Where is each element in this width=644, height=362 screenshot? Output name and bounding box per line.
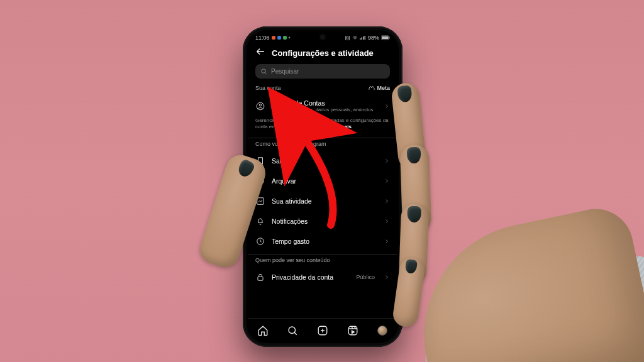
nav-home[interactable]	[257, 325, 269, 336]
back-button[interactable]	[255, 47, 265, 59]
section-heading-account: Sua conta Meta	[248, 85, 397, 95]
svg-rect-15	[348, 326, 357, 335]
section-heading-usage: Como você usa o Instagram	[248, 141, 397, 151]
chevron-right-icon	[384, 272, 390, 283]
saved-row[interactable]: Salvos	[248, 151, 397, 171]
svg-rect-0	[360, 38, 361, 40]
meta-brand: Meta	[369, 85, 390, 91]
row-label: Arquivar	[272, 177, 377, 185]
svg-point-9	[259, 104, 262, 106]
chevron-right-icon	[384, 236, 390, 247]
nail	[407, 206, 421, 223]
svg-point-13	[289, 327, 296, 334]
status-app-dot	[272, 36, 275, 40]
archive-row[interactable]: Arquivar	[248, 171, 397, 191]
front-camera	[320, 35, 325, 40]
wifi-icon	[352, 35, 358, 41]
row-label: Privacidade da conta	[272, 273, 350, 281]
activity-row[interactable]: Sua atividade	[248, 191, 397, 211]
chevron-right-icon	[384, 216, 390, 227]
signal-icon	[360, 35, 366, 40]
chevron-right-icon	[384, 175, 390, 187]
time-spent-row[interactable]: Tempo gasto	[248, 231, 397, 251]
accounts-center-note: Gerencie suas experiências conectadas e …	[248, 118, 397, 136]
section-heading-visibility: Quem pode ver seu conteúdo	[248, 257, 397, 267]
accounts-center-subtitle: Senha, segurança, dados pessoais, anúnci…	[272, 107, 377, 113]
nail	[404, 259, 418, 274]
search-placeholder: Pesquisar	[271, 68, 299, 75]
notifications-row[interactable]: Notificações	[248, 211, 397, 231]
svg-rect-12	[258, 277, 263, 281]
nav-search[interactable]	[287, 325, 298, 336]
nav-create[interactable]	[317, 325, 328, 336]
accounts-center-row[interactable]: Central de Contas Senha, segurança, dado…	[248, 95, 397, 118]
clock-icon	[255, 237, 265, 246]
user-circle-icon	[255, 102, 265, 111]
section-heading-label: Sua conta	[255, 85, 281, 91]
search-icon	[260, 68, 267, 75]
battery-icon	[381, 35, 390, 40]
titlebar: Configurações e atividade	[248, 43, 397, 64]
search-input[interactable]: Pesquisar	[255, 64, 390, 79]
status-battery-text: 98%	[368, 35, 379, 41]
account-privacy-row[interactable]: Privacidade da conta Público	[248, 267, 397, 284]
divider	[248, 254, 397, 255]
row-label: Sua atividade	[272, 197, 377, 205]
divider	[248, 138, 397, 138]
svg-rect-6	[389, 36, 389, 38]
learn-more-link[interactable]: Saiba mais	[325, 124, 352, 129]
status-app-dot	[283, 36, 287, 40]
svg-rect-5	[382, 36, 388, 39]
stage: 11:06 • 98% Confi	[0, 0, 644, 362]
chevron-right-icon	[384, 101, 390, 112]
meta-icon	[369, 85, 375, 91]
phone-frame: 11:06 • 98% Confi	[243, 26, 402, 347]
phone-screen: 11:06 • 98% Confi	[248, 31, 397, 342]
status-app-dot	[277, 36, 281, 40]
section-heading-label: Como você usa o Instagram	[255, 141, 326, 147]
nail	[397, 85, 413, 102]
nfc-icon	[345, 35, 350, 41]
chevron-right-icon	[384, 195, 390, 207]
svg-rect-1	[361, 38, 362, 40]
chevron-right-icon	[384, 155, 390, 167]
page-title: Configurações e atividade	[272, 48, 374, 58]
wrist	[403, 202, 644, 362]
nav-reels[interactable]	[347, 325, 358, 336]
section-heading-label: Quem pode ver seu conteúdo	[255, 257, 330, 263]
lock-icon	[255, 273, 265, 282]
nav-profile[interactable]	[377, 325, 388, 336]
nail	[236, 158, 256, 179]
status-time: 11:06	[255, 35, 270, 41]
row-label: Salvos	[272, 157, 377, 165]
avatar	[377, 326, 387, 336]
row-label: Notificações	[272, 217, 377, 225]
accounts-center-title: Central de Contas	[272, 99, 377, 107]
nail	[407, 147, 421, 164]
privacy-value: Público	[356, 274, 375, 280]
row-label: Tempo gasto	[272, 238, 377, 245]
bottom-nav	[248, 318, 397, 342]
svg-rect-3	[364, 36, 365, 40]
svg-rect-2	[363, 36, 364, 40]
bell-icon	[255, 217, 265, 226]
